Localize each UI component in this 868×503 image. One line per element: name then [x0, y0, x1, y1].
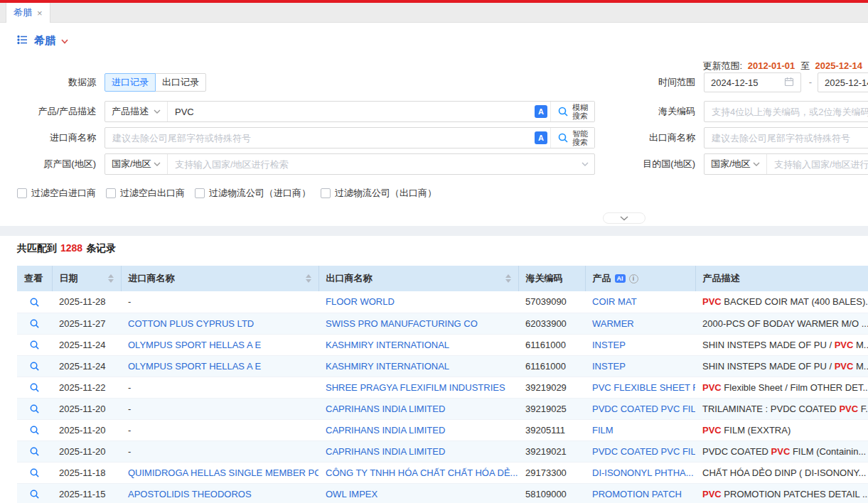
product-link[interactable]: PVDC COATED PVC FIL...: [592, 404, 695, 414]
collapse-toggle[interactable]: [603, 212, 645, 224]
product-input[interactable]: [168, 102, 532, 121]
view-magnifier-icon[interactable]: [29, 382, 40, 393]
export-records-button[interactable]: 出口记录: [155, 73, 206, 92]
col-header-description: 产品描述: [703, 273, 740, 283]
filter-logistics-importer[interactable]: 过滤物流公司（进口商）: [195, 187, 311, 200]
product-link[interactable]: DI-ISONONYL PHTHA...: [592, 467, 694, 478]
filter-blank-exporter[interactable]: 过滤空白出口商: [106, 187, 185, 200]
product-link[interactable]: PVDC COATED PVC FIL...: [592, 446, 695, 457]
checkbox-icon[interactable]: [106, 188, 116, 198]
exporter-link[interactable]: CAPRIHANS INDIA LIMITED: [326, 425, 445, 436]
importer-link[interactable]: COTTON PLUS CYPRUS LTD: [128, 318, 254, 329]
translate-icon[interactable]: A: [532, 102, 550, 121]
view-magnifier-icon[interactable]: [29, 361, 40, 372]
table-row[interactable]: 2025-11-18 QUIMIDROGA HELLAS SINGLE MEMB…: [17, 462, 868, 483]
product-link[interactable]: PROMOTION PATCH: [592, 489, 682, 499]
product-link[interactable]: INSTEP: [592, 340, 626, 350]
table-row[interactable]: 2025-11-24 OLYMPUS SPORT HELLAS A E KASH…: [17, 334, 868, 355]
exporter-link[interactable]: SWISS PRO MANUFACTURING CO: [326, 318, 478, 329]
filter-blank-importer[interactable]: 过滤空白进口商: [17, 187, 96, 200]
table-row[interactable]: 2025-11-27 COTTON PLUS CYPRUS LTD SWISS …: [17, 313, 868, 334]
translate-icon[interactable]: A: [532, 128, 550, 148]
exporter-link[interactable]: CAPRIHANS INDIA LIMITED: [326, 404, 445, 414]
smart-search-label-2: 搜索: [572, 138, 588, 146]
row-date: 2025-11-28: [52, 291, 121, 313]
origin-select-value: 国家/地区: [112, 158, 151, 171]
results-count-suffix: 条记录: [86, 242, 116, 254]
product-link[interactable]: PVC FLEXIBLE SHEET F...: [592, 382, 695, 393]
exporter-link[interactable]: FLOOR WORLD: [326, 296, 395, 307]
tab-greece[interactable]: 希腊 ×: [6, 3, 50, 23]
exporter-link[interactable]: CAPRIHANS INDIA LIMITED: [326, 446, 445, 457]
exporter-link[interactable]: KASHMIRY INTERNATIONAL: [326, 361, 449, 372]
sort-date-button[interactable]: [108, 274, 114, 283]
importer-link[interactable]: OLYMPUS SPORT HELLAS A E: [128, 361, 261, 372]
destination-input[interactable]: [767, 154, 868, 174]
product-type-select[interactable]: 产品描述: [105, 102, 168, 121]
importer-link[interactable]: APOSTOLIDIS THEODOROS: [128, 489, 252, 499]
origin-country-select[interactable]: 国家/地区: [105, 154, 168, 174]
checkbox-icon[interactable]: [321, 188, 331, 198]
table-row[interactable]: 2025-11-20 - CAPRIHANS INDIA LIMITED 392…: [17, 419, 868, 440]
view-magnifier-icon[interactable]: [29, 297, 40, 308]
smart-search-button[interactable]: 智能 搜索: [550, 128, 594, 148]
row-hs-code: 62033900: [518, 313, 585, 334]
update-range: 更新范围: 2012-01-01 至 2025-12-14: [703, 60, 866, 72]
view-magnifier-icon[interactable]: [29, 467, 40, 478]
filter-logistics-exporter[interactable]: 过滤物流公司（出口商）: [321, 187, 436, 200]
importer-link: -: [128, 382, 131, 393]
view-magnifier-icon[interactable]: [29, 340, 40, 350]
exporter-link[interactable]: SHREE PRAGYA FLEXIFILM INDUSTRIES: [326, 382, 505, 393]
sort-importer-button[interactable]: [306, 274, 311, 283]
product-link[interactable]: COIR MAT: [592, 296, 637, 307]
hs-code-input[interactable]: [704, 101, 868, 122]
view-magnifier-icon[interactable]: [29, 404, 40, 414]
table-row[interactable]: 2025-11-24 OLYMPUS SPORT HELLAS A E KASH…: [17, 355, 868, 377]
origin-group: 国家/地区: [105, 153, 595, 175]
results-table-body: 2025-11-28 - FLOOR WORLD 57039090 COIR M…: [17, 291, 868, 503]
date-start-input[interactable]: 2024-12-15: [704, 72, 801, 92]
view-magnifier-icon[interactable]: [29, 318, 40, 329]
row-description: SHIN INSTEPS MADE OF PU / PVC M...: [695, 355, 868, 377]
exporter-input[interactable]: [704, 127, 868, 148]
date-range-separator: -: [804, 72, 817, 92]
view-magnifier-icon[interactable]: [29, 489, 40, 499]
row-description: PVC PROMOTION PATCHES DETAIL ...: [695, 483, 868, 503]
product-label: 产品/产品描述: [0, 101, 96, 122]
exporter-link[interactable]: OWL IMPEX: [326, 489, 377, 499]
importer-link: -: [128, 446, 131, 457]
product-link[interactable]: WARMER: [592, 318, 634, 329]
origin-input[interactable]: [168, 154, 576, 174]
table-row[interactable]: 2025-11-20 - CAPRIHANS INDIA LIMITED 392…: [17, 398, 868, 419]
update-range-label: 更新范围:: [703, 60, 743, 71]
exporter-link[interactable]: KASHMIRY INTERNATIONAL: [326, 340, 449, 350]
table-row[interactable]: 2025-11-22 - SHREE PRAGYA FLEXIFILM INDU…: [17, 377, 868, 398]
exporter-link[interactable]: CÔNG TY TNHH HÓA CHẤT CHẤT HÓA DẺ...: [326, 467, 518, 478]
checkbox-icon[interactable]: [17, 188, 27, 198]
importer-link[interactable]: OLYMPUS SPORT HELLAS A E: [128, 340, 261, 350]
table-row[interactable]: 2025-11-15 APOSTOLIDIS THEODOROS OWL IMP…: [17, 483, 868, 503]
tab-close-icon[interactable]: ×: [37, 9, 43, 18]
view-magnifier-icon[interactable]: [29, 425, 40, 436]
info-icon[interactable]: i: [629, 274, 638, 283]
date-end-input[interactable]: 2025-12-14: [818, 72, 868, 92]
importer-input[interactable]: [105, 128, 532, 148]
importer-link: -: [128, 404, 131, 414]
chevron-down-icon: [154, 109, 161, 114]
row-date: 2025-11-20: [52, 440, 121, 462]
destination-country-select[interactable]: 国家/地区: [704, 154, 767, 174]
product-search-group: 产品描述 A 模糊 搜索: [105, 101, 595, 122]
product-link[interactable]: FILM: [592, 425, 614, 436]
table-row[interactable]: 2025-11-28 - FLOOR WORLD 57039090 COIR M…: [17, 291, 868, 313]
checkbox-icon[interactable]: [195, 188, 205, 198]
table-row[interactable]: 2025-11-20 - CAPRIHANS INDIA LIMITED 392…: [17, 440, 868, 462]
import-records-button[interactable]: 进口记录: [105, 73, 156, 92]
fuzzy-search-button[interactable]: 模糊 搜索: [550, 102, 594, 121]
sort-exporter-button[interactable]: [505, 274, 511, 283]
product-link[interactable]: INSTEP: [592, 361, 626, 372]
view-magnifier-icon[interactable]: [29, 446, 40, 457]
filter-label: 过滤空白进口商: [31, 187, 96, 200]
importer-link[interactable]: QUIMIDROGA HELLAS SINGLE MEMBER PC: [128, 467, 318, 478]
breadcrumb-dropdown[interactable]: 希腊: [17, 33, 68, 48]
origin-chevron-down-icon[interactable]: [576, 154, 594, 174]
